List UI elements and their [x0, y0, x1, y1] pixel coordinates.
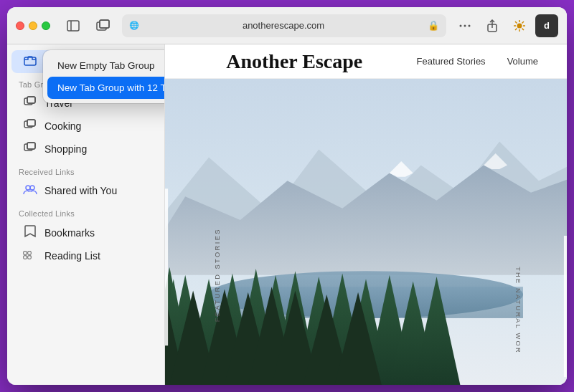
cooking-icon [23, 119, 37, 133]
svg-text:THE NATURAL WOR: THE NATURAL WOR [514, 267, 522, 354]
svg-rect-23 [27, 120, 35, 126]
more-button[interactable] [453, 14, 476, 37]
close-button[interactable] [16, 21, 24, 30]
svg-point-30 [24, 252, 27, 255]
shopping-icon [23, 142, 37, 156]
collected-links-section-label: Collected Links [7, 202, 164, 221]
web-nav: Another Escape Featured Stories Volume [165, 44, 567, 79]
tab-group-icon [96, 19, 110, 32]
share-button[interactable] [481, 14, 504, 37]
sidebar: 12 Tabs Tab Groups Travel [7, 44, 165, 385]
svg-point-33 [28, 256, 32, 259]
maximize-button[interactable] [42, 21, 50, 30]
svg-rect-3 [100, 20, 109, 28]
svg-line-15 [522, 28, 524, 30]
sidebar-item-reading-list[interactable]: Reading List [11, 245, 160, 267]
svg-rect-18 [24, 57, 36, 65]
bookmarks-label: Bookmarks [44, 227, 95, 239]
svg-line-14 [515, 21, 517, 24]
received-links-section-label: Received Links [7, 161, 164, 179]
traffic-lights [16, 21, 50, 30]
cooking-label: Cooking [44, 120, 81, 132]
url-display: anotherescape.com [144, 20, 423, 31]
hero-section: FEATURED STORIES THE NATURAL WOR [165, 79, 567, 385]
svg-point-31 [24, 256, 27, 259]
svg-line-16 [522, 21, 524, 24]
svg-point-28 [26, 186, 30, 190]
ellipsis-icon [459, 24, 471, 27]
svg-rect-63 [165, 188, 168, 345]
sidebar-item-shared[interactable]: Shared with You [11, 179, 160, 202]
svg-rect-65 [564, 236, 567, 377]
reading-list-icon [23, 249, 37, 262]
tab-group-button[interactable] [92, 14, 115, 37]
svg-point-6 [464, 24, 466, 27]
shopping-label: Shopping [44, 143, 87, 155]
profile-button[interactable]: d [535, 14, 558, 37]
sparkle-icon [513, 19, 526, 32]
site-title: Another Escape [194, 50, 395, 73]
svg-rect-20 [27, 97, 35, 103]
shared-icon [23, 183, 37, 198]
svg-point-32 [28, 252, 32, 255]
lock-icon: 🔒 [428, 20, 439, 31]
tabs-icon [23, 54, 37, 69]
sidebar-item-bookmarks[interactable]: Bookmarks [11, 221, 160, 245]
svg-line-17 [515, 28, 517, 30]
main-content: 12 Tabs Tab Groups Travel [7, 44, 567, 385]
nav-item-volume[interactable]: Volume [507, 56, 538, 67]
sidebar-item-cooking[interactable]: Cooking [11, 115, 160, 138]
bookmark-icon [23, 225, 37, 241]
travel-icon [23, 96, 37, 110]
svg-point-5 [460, 24, 462, 27]
toolbar-right: d [453, 14, 558, 37]
sidebar-icon [67, 20, 80, 32]
svg-point-7 [469, 24, 471, 27]
nav-item-featured[interactable]: Featured Stories [417, 56, 486, 67]
web-content: Another Escape Featured Stories Volume [165, 44, 567, 385]
security-icon: 🌐 [129, 21, 139, 30]
tab-group-dropdown: New Empty Tab Group New Tab Group with 1… [43, 50, 165, 103]
new-empty-tab-group-option[interactable]: New Empty Tab Group [47, 54, 165, 77]
highlights-button[interactable] [508, 14, 531, 37]
address-bar[interactable]: 🌐 anotherescape.com 🔒 [122, 14, 446, 37]
share-icon [486, 19, 498, 32]
svg-point-9 [517, 23, 522, 28]
sidebar-item-shopping[interactable]: Shopping [11, 138, 160, 161]
svg-rect-0 [67, 21, 79, 31]
svg-text:FEATURED STORIES: FEATURED STORIES [214, 228, 221, 322]
svg-rect-26 [27, 143, 35, 149]
toolbar: 🌐 anotherescape.com 🔒 [7, 7, 567, 44]
minimize-button[interactable] [29, 21, 37, 30]
sidebar-toggle-button[interactable] [62, 14, 85, 37]
reading-list-label: Reading List [44, 250, 100, 262]
svg-point-29 [30, 186, 34, 190]
shared-label: Shared with You [44, 185, 117, 196]
new-tab-group-with-tabs-option[interactable]: New Tab Group with 12 Tabs [47, 77, 165, 99]
